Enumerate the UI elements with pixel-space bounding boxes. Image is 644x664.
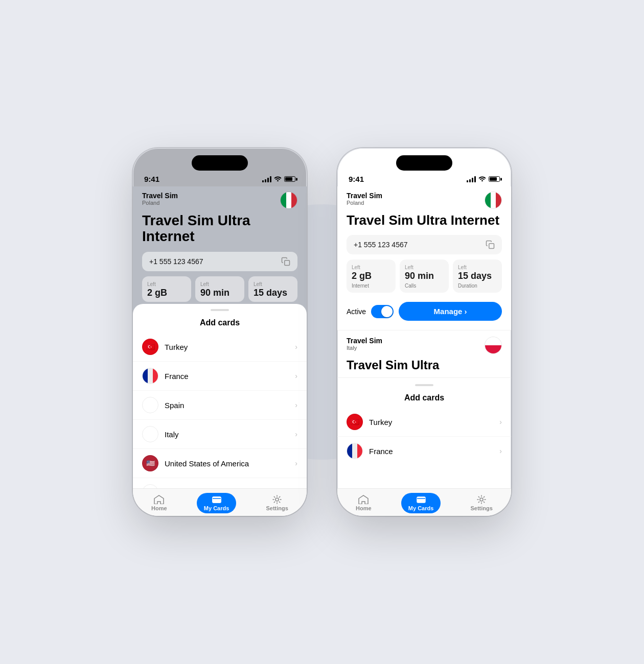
- battery-icon-left: [284, 176, 295, 182]
- country-item-france-right[interactable]: France ›: [337, 437, 511, 465]
- bottom-sheet-right: Add cards 🇹🇷 Turkey ›: [337, 378, 511, 506]
- dynamic-island-left: [192, 155, 248, 171]
- signal-icon-left: [262, 176, 271, 182]
- stat-internet-label-bottom-right: Internet: [352, 283, 390, 289]
- flag-italy-left: [280, 192, 297, 209]
- stat-duration-right: Left 15 days Duration: [453, 259, 502, 293]
- dynamic-island-right: [396, 155, 452, 171]
- chevron-turkey-left: ›: [295, 343, 297, 351]
- sim-header-right: Travel Sim Poland: [347, 192, 502, 209]
- flag-poland-right: [485, 337, 502, 354]
- flag-usa-left: 🇺🇸: [142, 455, 158, 471]
- stat-internet-value-left: 2 gB: [147, 288, 186, 298]
- stat-calls-value-left: 90 min: [200, 288, 239, 298]
- bottom-sheet-panel-left: Add cards 🇹🇷 Turkey ›: [133, 304, 307, 516]
- svg-point-3: [275, 498, 279, 501]
- svg-rect-4: [489, 243, 494, 248]
- tab-home-right[interactable]: Home: [349, 493, 379, 513]
- toggle-knob-right: [381, 306, 393, 317]
- tab-label-cards-right: My Cards: [408, 505, 434, 511]
- copy-icon-right[interactable]: [486, 240, 495, 249]
- country-name-turkey-left: Turkey: [165, 343, 295, 351]
- manage-button-right[interactable]: Manage ›: [399, 302, 502, 321]
- phone-number-left: +1 555 123 4567: [149, 257, 203, 266]
- country-item-turkey-right[interactable]: 🇹🇷 Turkey ›: [337, 408, 511, 437]
- copy-icon-left[interactable]: [281, 257, 290, 266]
- active-row-right: Active Manage ›: [347, 298, 502, 325]
- toggle-active-right[interactable]: [371, 305, 394, 318]
- signal-icon-right: [467, 176, 476, 182]
- stat-duration-value-left: 15 days: [254, 288, 292, 298]
- flag-turkey-right: 🇹🇷: [347, 414, 363, 430]
- phone-number-right: +1 555 123 4567: [354, 241, 408, 249]
- stat-duration-label-top-right: Left: [458, 265, 497, 270]
- stat-calls-value-right: 90 min: [405, 271, 444, 281]
- tab-settings-left[interactable]: Settings: [259, 493, 295, 513]
- gear-icon-right: [477, 495, 486, 504]
- flag-turkey-left: 🇹🇷: [142, 339, 158, 355]
- stat-calls-left: Left 90 min: [195, 276, 244, 302]
- home-icon-left: [154, 495, 164, 504]
- country-name-spain-left: Spain: [165, 401, 295, 410]
- chevron-france-right: ›: [499, 447, 502, 455]
- gear-icon-left: [272, 495, 282, 504]
- wifi-icon-left: [274, 175, 282, 183]
- stat-duration-label-top-left: Left: [254, 281, 292, 287]
- tab-label-home-right: Home: [356, 505, 372, 511]
- active-label-right: Active: [347, 307, 366, 316]
- time-right: 9:41: [349, 175, 364, 183]
- chevron-usa-left: ›: [295, 459, 297, 467]
- stat-calls-label-top-left: Left: [200, 281, 239, 287]
- flag-france-left: [142, 368, 158, 384]
- country-item-france-left[interactable]: France ›: [133, 362, 307, 391]
- country-item-turkey-left[interactable]: 🇹🇷 Turkey ›: [133, 333, 307, 362]
- country-name-italy-left: Italy: [165, 430, 295, 439]
- wifi-icon-right: [478, 175, 486, 183]
- sim-header-left: Travel Sim Poland: [142, 192, 297, 209]
- stats-grid-left: Left 2 gB Left 90 min Left 15 days: [142, 276, 297, 302]
- status-icons-left: [262, 175, 295, 183]
- sim-country-right: Poland: [347, 200, 382, 206]
- stat-internet-left: Left 2 gB: [142, 276, 191, 302]
- scene: 9:41: [133, 148, 511, 516]
- tab-home-left[interactable]: Home: [144, 493, 174, 513]
- scroll-content-right: Travel Sim Poland Travel Sim Ultra Inter…: [337, 186, 511, 516]
- stat-duration-label-bottom-right: Duration: [458, 283, 497, 289]
- status-icons-right: [467, 175, 500, 183]
- tab-settings-right[interactable]: Settings: [463, 493, 499, 513]
- stat-internet-value-right: 2 gB: [352, 271, 390, 281]
- battery-icon-right: [489, 176, 500, 182]
- svg-point-6: [480, 498, 483, 501]
- tab-label-settings-right: Settings: [470, 505, 492, 511]
- chevron-italy-left: ›: [295, 430, 297, 438]
- phone-content-left: Travel Sim Poland Travel Sim Ultra Inter…: [133, 186, 307, 516]
- second-sim-name-right: Travel Sim: [347, 337, 382, 345]
- header-area-right: Travel Sim Poland Travel Sim Ultra Inter…: [337, 186, 511, 330]
- home-icon-right: [358, 495, 369, 504]
- stat-duration-value-right: 15 days: [458, 271, 497, 281]
- country-item-usa-left[interactable]: 🇺🇸 United States of America ›: [133, 449, 307, 478]
- tab-cards-left[interactable]: My Cards: [197, 493, 237, 513]
- plan-title-left: Travel Sim Ultra Internet: [142, 213, 297, 245]
- phone-number-box-right: +1 555 123 4567: [347, 235, 502, 254]
- plan-title-right: Travel Sim Ultra Internet: [347, 213, 502, 228]
- stat-internet-right: Left 2 gB Internet: [347, 259, 396, 293]
- sheet-handle-left: [211, 309, 229, 311]
- flag-italy-right: [485, 192, 502, 209]
- bottom-sheet-left: Add cards 🇹🇷 Turkey ›: [133, 299, 307, 516]
- country-list-right: 🇹🇷 Turkey › France ›: [337, 408, 511, 465]
- country-name-france-left: France: [165, 372, 295, 381]
- sheet-handle-right: [415, 384, 433, 386]
- svg-rect-5: [417, 497, 425, 503]
- stat-duration-left: Left 15 days: [248, 276, 297, 302]
- phone-content-right: Travel Sim Poland Travel Sim Ultra Inter…: [337, 186, 511, 516]
- country-item-italy-left[interactable]: Italy ›: [133, 420, 307, 449]
- phone-number-box-left: +1 555 123 4567: [142, 252, 297, 271]
- second-sim-country-right: Italy: [347, 345, 382, 351]
- flag-france-right: [347, 443, 363, 459]
- country-item-spain-left[interactable]: Spain ›: [133, 391, 307, 420]
- chevron-spain-left: ›: [295, 401, 297, 409]
- sheet-title-right: Add cards: [337, 393, 511, 402]
- tab-cards-right[interactable]: My Cards: [401, 493, 441, 513]
- svg-rect-1: [213, 497, 221, 503]
